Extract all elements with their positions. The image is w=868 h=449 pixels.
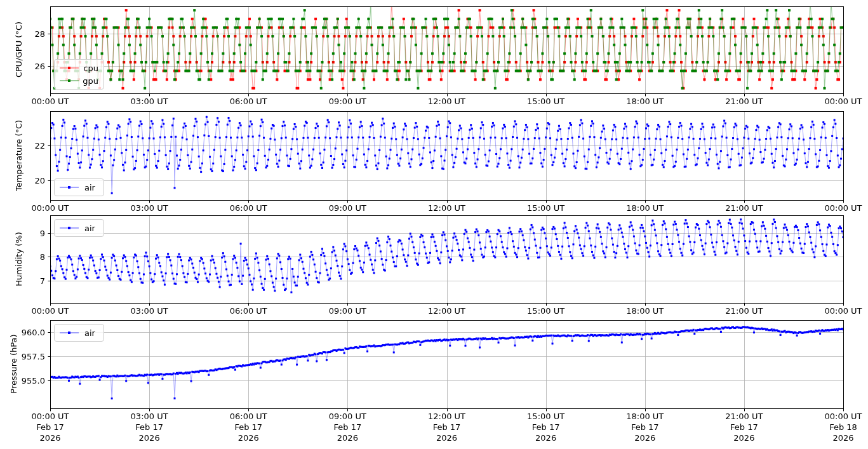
- legend-entry-label: cpu: [83, 64, 98, 73]
- legend: cpugpu: [54, 59, 104, 90]
- legend-marker-icon: [68, 79, 70, 82]
- x-tick-label: 18:00 UT: [626, 97, 664, 106]
- x-tick-date-label: Feb 17: [234, 422, 262, 432]
- x-tick-year-label: 2026: [634, 433, 655, 443]
- y-tick-label: 28: [34, 29, 45, 39]
- x-tick-date-label: Feb 17: [135, 422, 163, 432]
- legend-marker-icon: [68, 186, 70, 189]
- legend-marker-icon: [68, 67, 70, 69]
- x-tick-year-label: 2026: [139, 433, 160, 443]
- y-axis-label-pressure: Pressure (hPa): [9, 334, 18, 393]
- y-tick-label: 9: [40, 228, 45, 238]
- legend-entry: air: [60, 326, 98, 339]
- legend-marker-icon: [68, 332, 70, 334]
- x-tick-year-label: 2026: [436, 433, 457, 443]
- legend-entry: air: [60, 181, 98, 194]
- x-tick-label: 03:00 UT: [131, 412, 168, 421]
- x-tick-date-label: Feb 17: [334, 422, 362, 432]
- x-tick-label: 06:00 UT: [230, 97, 267, 106]
- x-tick-label: 03:00 UT: [131, 97, 168, 106]
- x-tick-label: 18:00 UT: [626, 203, 664, 213]
- x-tick-label: 21:00 UT: [725, 97, 763, 106]
- x-tick-label: 00:00 UT: [31, 203, 69, 213]
- x-tick-year-label: 2026: [535, 433, 556, 443]
- legend-entry: cpu: [60, 62, 98, 74]
- x-tick-label: 03:00 UT: [131, 306, 168, 316]
- x-tick-label: 21:00 UT: [725, 412, 763, 421]
- x-tick-label: 15:00 UT: [527, 203, 564, 213]
- x-tick-date-label: Feb 17: [730, 422, 758, 432]
- y-tick-label: 960.0: [22, 327, 45, 337]
- x-tick-label: 09:00 UT: [329, 306, 366, 316]
- x-tick-date-label: Feb 17: [433, 422, 461, 432]
- x-tick-date-label: Feb 18: [829, 422, 857, 432]
- x-tick-label: 21:00 UT: [725, 203, 763, 213]
- x-tick-label: 15:00 UT: [527, 97, 564, 106]
- y-tick-label: 8: [40, 252, 45, 262]
- y-tick-label: 22: [34, 141, 45, 151]
- y-tick-label: 7: [40, 276, 45, 285]
- y-tick-label: 26: [34, 61, 45, 70]
- legend: air: [54, 324, 104, 342]
- legend-marker-icon: [68, 227, 70, 229]
- x-tick-label: 09:00 UT: [329, 203, 366, 213]
- x-tick-label: 18:00 UT: [626, 412, 664, 421]
- y-tick-label: 20: [34, 175, 45, 185]
- y-tick-label: 957.5: [22, 351, 45, 361]
- x-tick-label: 00:00 UT: [31, 97, 69, 106]
- x-tick-label: 09:00 UT: [329, 97, 366, 106]
- x-tick-label: 03:00 UT: [131, 203, 168, 213]
- x-tick-label: 21:00 UT: [725, 306, 763, 316]
- x-tick-label: 00:00 UT: [824, 203, 862, 213]
- x-tick-year-label: 2026: [733, 433, 754, 443]
- x-tick-label: 06:00 UT: [230, 412, 267, 421]
- legend-entry-label: air: [84, 328, 95, 338]
- legend-entry: gpu: [60, 74, 98, 87]
- x-tick-label: 12:00 UT: [428, 203, 465, 213]
- y-axis-label-cpu-gpu: CPU/GPU (°C): [14, 22, 23, 77]
- legend-entry-label: air: [84, 224, 95, 233]
- x-tick-year-label: 2026: [832, 433, 853, 443]
- legend-entry-label: gpu: [83, 76, 98, 86]
- x-tick-date-label: Feb 17: [36, 422, 64, 432]
- x-tick-year-label: 2026: [39, 433, 60, 443]
- x-tick-date-label: Feb 17: [532, 422, 560, 432]
- x-tick-label: 00:00 UT: [824, 306, 862, 316]
- figure: CPU/GPU (°C) Temperature (°C) Humidity (…: [0, 0, 868, 449]
- x-tick-label: 06:00 UT: [230, 306, 267, 316]
- x-tick-year-label: 2026: [337, 433, 358, 443]
- x-tick-label: 00:00 UT: [31, 412, 69, 421]
- x-tick-label: 00:00 UT: [824, 97, 862, 106]
- x-tick-label: 00:00 UT: [824, 412, 862, 421]
- x-tick-label: 06:00 UT: [230, 203, 267, 213]
- x-tick-label: 12:00 UT: [428, 306, 465, 316]
- x-tick-label: 09:00 UT: [329, 412, 366, 421]
- legend-entry-label: air: [84, 183, 95, 192]
- legend: air: [54, 219, 104, 237]
- x-tick-label: 12:00 UT: [428, 97, 465, 106]
- y-axis-label-humidity: Humidity (%): [14, 232, 23, 286]
- x-tick-label: 15:00 UT: [527, 412, 564, 421]
- x-tick-label: 18:00 UT: [626, 306, 664, 316]
- legend-entry: air: [60, 222, 98, 234]
- x-tick-label: 12:00 UT: [428, 412, 465, 421]
- x-tick-label: 00:00 UT: [31, 306, 69, 316]
- y-tick-label: 955.0: [22, 375, 45, 385]
- x-tick-year-label: 2026: [238, 433, 259, 443]
- y-axis-label-temperature: Temperature (°C): [14, 120, 23, 191]
- x-tick-date-label: Feb 17: [631, 422, 659, 432]
- x-tick-label: 15:00 UT: [527, 306, 564, 316]
- chart-canvas: [0, 0, 868, 449]
- legend: air: [54, 178, 104, 196]
